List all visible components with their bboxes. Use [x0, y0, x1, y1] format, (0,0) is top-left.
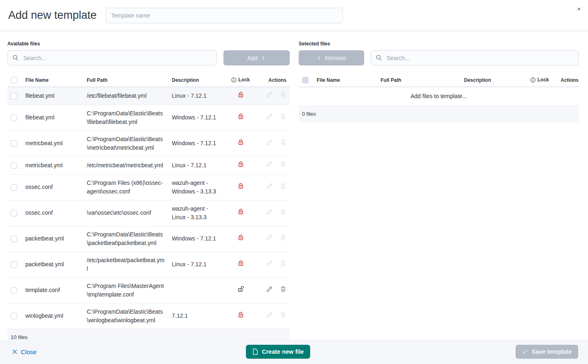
full-path-cell: C:\ProgramData\Elastic\Beats\winlogbeat\… — [83, 303, 169, 329]
lock-cell — [226, 303, 255, 329]
search-icon — [376, 54, 382, 61]
lock-cell — [226, 200, 255, 226]
actions-cell — [255, 200, 290, 226]
file-name-cell: template.conf — [22, 277, 83, 303]
lock-closed-icon — [237, 140, 244, 147]
description-cell: wazuh-agent - Windows - 3.13.3 — [169, 174, 226, 200]
description-cell: wazuh-agent - Linux - 3.13.3 — [169, 200, 226, 226]
row-checkbox[interactable] — [11, 184, 17, 191]
row-checkbox[interactable] — [11, 93, 17, 99]
table-row: ossec.conf \var\ossec\etc\ossec.conf waz… — [7, 200, 290, 226]
actions-cell — [255, 130, 290, 156]
table-row: winlogbeat.yml C:\ProgramData\Elastic\Be… — [7, 303, 290, 329]
trash-icon[interactable] — [280, 286, 286, 292]
info-icon — [530, 77, 536, 83]
lock-cell — [226, 130, 255, 156]
close-icon[interactable]: × — [577, 6, 581, 12]
row-checkbox[interactable] — [11, 236, 17, 242]
select-all-checkbox-disabled — [302, 77, 309, 83]
description-cell: 7.12.1 — [169, 303, 226, 329]
selected-files-label: Selected files — [299, 41, 579, 47]
trash-icon — [280, 312, 286, 318]
selected-count-row: 0 files — [299, 106, 579, 122]
lock-closed-icon — [237, 236, 244, 242]
row-checkbox[interactable] — [11, 287, 17, 294]
trash-icon — [280, 139, 286, 146]
edit-pencil-icon[interactable] — [266, 286, 273, 292]
table-row: packetbeat.yml C:\ProgramData\Elastic\Be… — [7, 226, 290, 252]
row-checkbox[interactable] — [11, 115, 17, 121]
table-row: metricbeat.yml C:\ProgramData\Elastic\Be… — [7, 130, 290, 156]
trash-icon — [280, 161, 286, 167]
row-checkbox[interactable] — [11, 162, 17, 169]
description-cell: Windows - 7.12.1 — [169, 226, 226, 252]
row-checkbox[interactable] — [11, 313, 17, 319]
row-checkbox[interactable] — [11, 261, 17, 268]
available-files-tbody: filebeat.yml /etc/filebeat/filebeat.yml … — [7, 87, 290, 329]
description-cell — [169, 277, 226, 303]
selected-search-input[interactable] — [371, 50, 579, 65]
remove-button[interactable]: Remove — [299, 50, 364, 65]
selected-empty-row: Add files to template... — [299, 87, 579, 106]
description-cell: Linux - 7.12.1 — [169, 87, 226, 105]
page-title: Add new template — [8, 9, 97, 22]
full-path-cell: /etc/metricbeat/metricbeat.yml — [83, 156, 169, 174]
column-actions: Actions — [557, 74, 579, 87]
edit-pencil-icon — [266, 183, 273, 189]
add-button-label: Add — [248, 55, 258, 61]
actions-cell — [255, 105, 290, 130]
lock-cell — [226, 87, 255, 105]
table-row: template.conf C:\Program Files\MasterAge… — [7, 277, 290, 303]
close-button[interactable]: Close — [12, 348, 36, 355]
available-table-header: File Name Full Path Description Lock Act… — [7, 74, 290, 87]
edit-pencil-icon — [266, 209, 273, 215]
check-icon — [522, 349, 528, 355]
search-icon — [12, 54, 19, 61]
row-checkbox[interactable] — [11, 140, 17, 147]
edit-pencil-icon — [266, 91, 273, 98]
column-full-path: Full Path — [83, 74, 169, 87]
edit-pencil-icon — [266, 113, 273, 120]
column-lock: Lock — [522, 74, 557, 87]
file-name-cell: ossec.conf — [22, 174, 83, 200]
actions-cell — [255, 303, 290, 329]
available-files-table: File Name Full Path Description Lock Act… — [7, 74, 290, 346]
select-all-checkbox[interactable] — [11, 77, 17, 83]
full-path-cell: /etc/filebeat/filebeat.yml — [83, 87, 169, 105]
trash-icon — [280, 113, 286, 120]
create-new-file-label: Create new file — [262, 348, 304, 355]
file-name-cell: ossec.conf — [22, 200, 83, 226]
file-name-cell: packetbeat.yml — [22, 252, 83, 277]
add-button[interactable]: Add — [223, 50, 290, 65]
create-new-file-button[interactable]: Create new file — [246, 345, 310, 359]
edit-pencil-icon — [266, 234, 273, 241]
row-checkbox[interactable] — [11, 210, 17, 216]
save-template-button[interactable]: Save template — [516, 345, 578, 359]
edit-pencil-icon — [266, 161, 273, 167]
table-row: metricbeat.yml /etc/metricbeat/metricbea… — [7, 156, 290, 174]
selected-table-header: File Name Full Path Description Lock Act… — [299, 74, 579, 87]
trash-icon — [280, 234, 286, 241]
lock-closed-icon — [237, 210, 244, 216]
selected-files-panel: Selected files Remove — [299, 41, 579, 346]
remove-button-label: Remove — [325, 55, 346, 61]
available-search-input[interactable] — [7, 50, 217, 65]
table-row: ossec.conf C:\Program Files (x86)\ossec-… — [7, 174, 290, 200]
trash-icon — [280, 91, 286, 98]
lock-cell — [226, 156, 255, 174]
table-row: packetbeat.yml /etc/packetbeat/packetbea… — [7, 252, 290, 277]
chevron-right-icon — [261, 56, 266, 60]
lock-closed-icon — [237, 115, 244, 121]
available-search — [7, 50, 217, 65]
table-row: filebeat.yml /etc/filebeat/filebeat.yml … — [7, 87, 290, 105]
edit-pencil-icon — [266, 312, 273, 318]
close-x-icon — [12, 349, 17, 354]
full-path-cell: \var\ossec\etc\ossec.conf — [83, 200, 169, 226]
actions-cell — [255, 226, 290, 252]
full-path-cell: /etc/packetbeat/packetbeat.yml — [83, 252, 169, 277]
file-name-cell: filebeat.yml — [22, 87, 83, 105]
template-name-input[interactable] — [106, 8, 343, 23]
lock-cell — [226, 252, 255, 277]
column-actions: Actions — [255, 74, 290, 87]
full-path-cell: C:\Program Files (x86)\ossec-agent\ossec… — [83, 174, 169, 200]
